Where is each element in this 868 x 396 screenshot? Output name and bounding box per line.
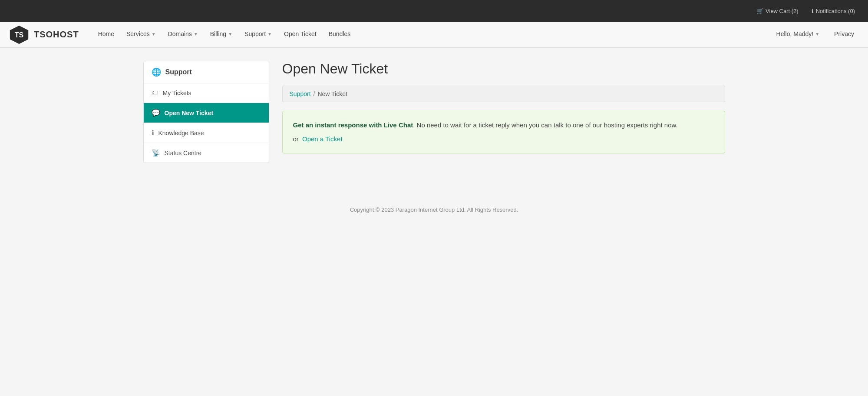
infobox-or-text: or — [293, 135, 299, 143]
nav-support-label: Support — [244, 30, 266, 37]
nav-privacy-label: Privacy — [834, 30, 854, 37]
nav-domains-label: Domains — [168, 30, 192, 37]
sidebar-header: 🌐 Support — [144, 61, 269, 83]
cart-icon: 🛒 — [756, 8, 763, 14]
nav-bundles-label: Bundles — [329, 30, 351, 37]
sidebar-item-open-new-ticket[interactable]: 💬 Open New Ticket — [144, 103, 269, 123]
nav-open-ticket[interactable]: Open Ticket — [278, 22, 323, 48]
nav-billing[interactable]: Billing ▼ — [204, 22, 238, 48]
sidebar-open-ticket-label: Open New Ticket — [165, 110, 214, 116]
sidebar: 🌐 Support 🏷 My Tickets 💬 Open New Ticket… — [143, 61, 269, 163]
footer: Copyright © 2023 Paragon Internet Group … — [0, 189, 868, 230]
nav-services-label: Services — [126, 30, 150, 37]
info-box: Get an instant response with Live Chat. … — [282, 111, 725, 153]
support-chevron-icon: ▼ — [267, 32, 272, 37]
notifications-icon: ℹ — [812, 8, 814, 14]
sidebar-item-knowledge-base[interactable]: ℹ Knowledge Base — [144, 123, 269, 143]
breadcrumb-separator: / — [314, 90, 315, 97]
breadcrumb-current: New Ticket — [317, 90, 347, 97]
nav-open-ticket-label: Open Ticket — [284, 30, 317, 37]
sidebar-header-label: Support — [165, 68, 192, 76]
nav-domains[interactable]: Domains ▼ — [162, 22, 204, 48]
main-container: 🌐 Support 🏷 My Tickets 💬 Open New Ticket… — [130, 61, 738, 163]
sidebar-my-tickets-label: My Tickets — [163, 90, 191, 97]
open-ticket-link-label: Open a Ticket — [302, 135, 343, 143]
nav-bundles[interactable]: Bundles — [323, 22, 357, 48]
nav-links: Home Services ▼ Domains ▼ Billing ▼ Supp… — [92, 22, 771, 48]
support-globe-icon: 🌐 — [152, 67, 161, 77]
nav-services[interactable]: Services ▼ — [120, 22, 162, 48]
nav-hello-label: Hello, Maddy! — [776, 30, 814, 37]
tickets-icon: 🏷 — [152, 89, 158, 97]
user-chevron-icon: ▼ — [815, 32, 819, 37]
nav-right: Hello, Maddy! ▼ Privacy — [771, 22, 859, 48]
services-chevron-icon: ▼ — [152, 32, 156, 37]
page-content: Open New Ticket Support / New Ticket Get… — [282, 61, 725, 153]
nav-home[interactable]: Home — [92, 22, 120, 48]
infobox-text: Get an instant response with Live Chat. … — [293, 120, 714, 130]
sidebar-item-my-tickets[interactable]: 🏷 My Tickets — [144, 83, 269, 103]
nav-hello-user[interactable]: Hello, Maddy! ▼ — [771, 22, 825, 48]
breadcrumb: Support / New Ticket — [282, 86, 725, 102]
infobox-bold-text: Get an instant response with Live Chat — [293, 121, 413, 129]
logo-icon: TS — [9, 24, 30, 45]
nav-billing-label: Billing — [210, 30, 226, 37]
sidebar-knowledge-base-label: Knowledge Base — [158, 130, 204, 136]
notifications-label: Notifications (0) — [816, 8, 855, 14]
sidebar-item-status-centre[interactable]: 📡 Status Centre — [144, 143, 269, 163]
footer-text: Copyright © 2023 Paragon Internet Group … — [350, 206, 518, 213]
infobox-body-text: . No need to wait for a ticket reply whe… — [413, 121, 678, 129]
nav-support[interactable]: Support ▼ — [238, 22, 278, 48]
navbar: TS TSOHOST Home Services ▼ Domains ▼ Bil… — [0, 22, 868, 48]
billing-chevron-icon: ▼ — [228, 32, 232, 37]
notifications-link[interactable]: ℹ Notifications (0) — [812, 8, 855, 14]
domains-chevron-icon: ▼ — [194, 32, 198, 37]
cart-label: View Cart (2) — [766, 8, 799, 14]
view-cart-link[interactable]: 🛒 View Cart (2) — [756, 8, 799, 14]
open-ticket-link[interactable]: Open a Ticket — [302, 135, 343, 143]
breadcrumb-support-link[interactable]: Support — [290, 90, 311, 97]
top-bar: 🛒 View Cart (2) ℹ Notifications (0) — [0, 0, 868, 22]
chat-icon: 💬 — [152, 109, 160, 117]
page-title: Open New Ticket — [282, 61, 725, 77]
nav-privacy[interactable]: Privacy — [829, 22, 859, 48]
status-icon: 📡 — [152, 149, 160, 157]
logo[interactable]: TS TSOHOST — [9, 24, 79, 45]
logo-text: TSOHOST — [34, 30, 79, 40]
svg-text:TS: TS — [15, 31, 24, 39]
infobox-link-line: or Open a Ticket — [293, 134, 714, 144]
nav-home-label: Home — [98, 30, 114, 37]
sidebar-status-centre-label: Status Centre — [165, 150, 202, 156]
info-icon: ℹ — [152, 129, 154, 137]
